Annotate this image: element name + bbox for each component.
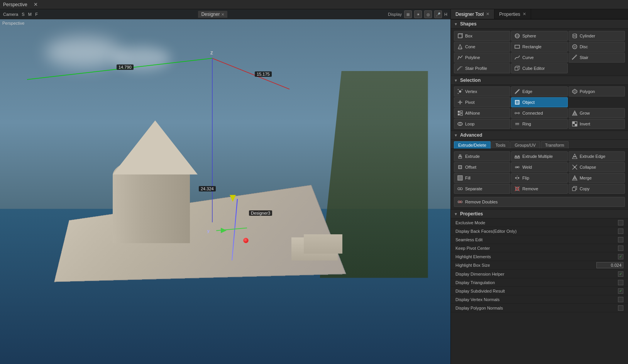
designer-tab-close[interactable]: ✕ <box>221 12 224 17</box>
exclusive-mode-toggle[interactable] <box>618 220 623 225</box>
sel-connected-button[interactable]: Connected <box>511 108 567 118</box>
object-icon <box>515 100 520 105</box>
box-icon <box>457 33 463 39</box>
svg-point-28 <box>459 90 461 93</box>
sel-invert-button[interactable]: Invert <box>569 119 625 129</box>
f-label[interactable]: F <box>35 12 38 17</box>
m-label[interactable]: M <box>28 12 32 17</box>
shape-stair-button[interactable]: Stair <box>569 52 625 63</box>
sel-ring-button[interactable]: Ring <box>511 119 567 129</box>
properties-section-header[interactable]: ▼ Properties <box>451 209 628 218</box>
remove-button[interactable]: Remove <box>511 184 567 194</box>
polygon-icon <box>572 89 577 94</box>
svg-point-11 <box>515 35 520 37</box>
shape-disc-button[interactable]: Disc <box>569 42 625 52</box>
grid-icon[interactable]: ⊞ <box>404 10 412 18</box>
tab-designer-tool[interactable]: Designer Tool ✕ <box>451 9 494 19</box>
dim-label-3: 24.324 <box>199 186 216 191</box>
selection-grid: Vertex Edge Polygon <box>451 85 628 130</box>
copy-icon <box>572 186 577 191</box>
extrude-multiple-button[interactable]: Extrude Multiple <box>511 151 567 161</box>
svg-point-46 <box>515 112 516 114</box>
display-dimension-helper-toggle[interactable]: ✓ <box>618 271 623 277</box>
shape-stair-profile-button[interactable]: Stair Profile <box>454 63 510 73</box>
h-label[interactable]: H <box>444 12 447 17</box>
shapes-section-header[interactable]: ▼ Shapes <box>451 19 628 29</box>
display-subdivided-result-toggle[interactable]: ✓ <box>618 288 623 294</box>
sphere-icon <box>515 33 520 39</box>
properties-tab-close[interactable]: ✕ <box>523 12 526 17</box>
prop-display-back-faces: Display Back Faces(Editor Only) <box>451 227 628 235</box>
light-icon[interactable]: ☀ <box>414 10 422 18</box>
adv-tab-transform[interactable]: Transform <box>541 141 569 149</box>
sel-polygon-button[interactable]: Polygon <box>569 86 625 97</box>
shape-box-button[interactable]: Box <box>454 31 510 41</box>
sel-edge-button[interactable]: Edge <box>511 86 567 97</box>
shape-curve-button[interactable]: Curve <box>511 52 567 63</box>
svg-rect-67 <box>459 166 462 169</box>
adv-tab-tools[interactable]: Tools <box>491 141 510 149</box>
shape-rectangle-button[interactable]: Rectangle <box>511 42 567 52</box>
perspective-viewport-label: Perspective <box>2 21 24 25</box>
sel-grow-button[interactable]: Grow <box>569 108 625 118</box>
collapse-button[interactable]: Collapse <box>569 162 625 172</box>
display-polygon-normals-toggle[interactable] <box>618 305 623 311</box>
offset-button[interactable]: Offset <box>454 162 510 172</box>
svg-line-32 <box>515 90 519 93</box>
window-top-bar: Perspective ✕ <box>0 0 628 9</box>
edge-icon <box>515 89 520 94</box>
selection-section-header[interactable]: ▼ Selection <box>451 76 628 85</box>
svg-rect-63 <box>515 156 516 157</box>
selection-title: Selection <box>460 78 481 83</box>
prop-display-subdivided-result: Display Subdivided Result ✓ <box>451 287 628 295</box>
viewport[interactable]: Camera S M F Designer ✕ Display ⊞ ☀ ◎ 🎤 <box>0 9 450 364</box>
offset-icon <box>457 164 463 170</box>
display-vertex-normals-toggle[interactable] <box>618 297 623 302</box>
highlight-box-size-input[interactable] <box>596 262 623 268</box>
cube-editor-icon <box>515 66 520 71</box>
copy-button[interactable]: Copy <box>569 184 625 194</box>
remove-icon <box>515 186 520 191</box>
shape-cylinder-button[interactable]: Cylinder <box>569 31 625 41</box>
keep-pivot-center-toggle[interactable] <box>618 245 623 251</box>
extrude-button[interactable]: Extrude <box>454 151 510 161</box>
allnone-icon <box>457 110 463 116</box>
svg-point-77 <box>574 166 576 168</box>
mic-icon[interactable]: 🎤 <box>434 10 442 18</box>
adv-tab-extrude-delete[interactable]: Extrude/Delete <box>454 141 491 149</box>
remove-doubles-button[interactable]: Remove Doubles <box>454 197 625 207</box>
sel-vertex-button[interactable]: Vertex <box>454 86 510 97</box>
s-label[interactable]: S <box>22 12 24 17</box>
svg-point-20 <box>572 45 577 49</box>
svg-rect-44 <box>458 113 460 115</box>
shape-cube-editor-button[interactable]: Cube Editor <box>511 63 567 73</box>
sel-loop-button[interactable]: Loop <box>454 119 510 129</box>
camera-icon[interactable]: ◎ <box>424 10 432 18</box>
sel-allnone-button[interactable]: AllNone <box>454 108 510 118</box>
designer-tool-tab-label: Designer Tool <box>455 12 484 17</box>
sel-object-button[interactable]: Object <box>511 97 567 107</box>
adv-tab-groups-uv[interactable]: Groups/UV <box>510 141 540 149</box>
seamless-edit-toggle[interactable] <box>618 237 623 242</box>
shape-cone-button[interactable]: Cone <box>454 42 510 52</box>
display-back-faces-toggle[interactable] <box>618 229 623 234</box>
flip-button[interactable]: Flip <box>511 173 567 183</box>
separate-button[interactable]: Separate <box>454 184 510 194</box>
highlight-elements-toggle[interactable]: ✓ <box>618 254 623 259</box>
sel-pivot-button[interactable]: Pivot <box>454 97 510 107</box>
advanced-section-header[interactable]: ▼ Advanced <box>451 130 628 140</box>
designer-tool-tab-close[interactable]: ✕ <box>486 12 489 17</box>
display-triangulation-toggle[interactable] <box>618 280 623 285</box>
shape-polyline-button[interactable]: Polyline <box>454 52 510 63</box>
extrude-edge-button[interactable]: Extrude Edge <box>569 151 625 161</box>
tab-properties[interactable]: Properties ✕ <box>494 9 531 19</box>
grow-icon <box>572 110 577 116</box>
prop-highlight-box-size: Highlight Box Size <box>451 261 628 270</box>
merge-icon <box>572 175 577 181</box>
fill-button[interactable]: Fill <box>454 173 510 183</box>
designer-viewport-tab[interactable]: Designer ✕ <box>198 11 227 18</box>
merge-button[interactable]: Merge <box>569 173 625 183</box>
window-close[interactable]: ✕ <box>34 2 38 7</box>
weld-button[interactable]: Weld <box>511 162 567 172</box>
shape-sphere-button[interactable]: Sphere <box>511 31 567 41</box>
